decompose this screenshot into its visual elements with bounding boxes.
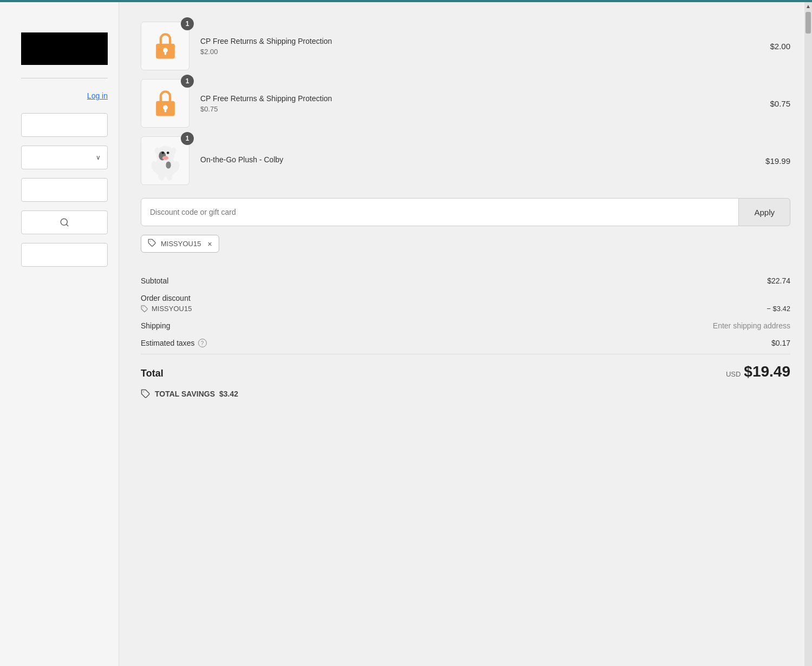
total-row: Total USD $19.49 <box>141 357 790 385</box>
item-price-3: $19.99 <box>765 156 790 166</box>
svg-rect-4 <box>164 52 166 55</box>
tax-row: Estimated taxes ? $0.17 <box>141 334 790 352</box>
svg-point-14 <box>154 147 159 154</box>
discount-value: − $3.42 <box>767 305 790 313</box>
svg-point-12 <box>161 151 164 154</box>
main-content: 1 CP Free Returns & Shipping Protection … <box>119 0 812 666</box>
shipping-label: Shipping <box>141 321 171 330</box>
tax-label: Estimated taxes <box>141 339 195 347</box>
cart-item-3: 1 On-the-Go Plush - Colby $19.99 <box>141 136 790 185</box>
tax-value: $0.17 <box>771 339 790 347</box>
item-image-1 <box>141 22 189 70</box>
discount-section: Apply <box>141 198 790 226</box>
svg-point-16 <box>162 156 168 160</box>
item-details-2: CP Free Returns & Shipping Protection $0… <box>200 94 770 113</box>
item-details-3: On-the-Go Plush - Colby <box>200 155 765 166</box>
item-price-sub-2: $0.75 <box>200 105 770 113</box>
item-price-2: $0.75 <box>770 99 790 108</box>
tax-label-wrapper: Estimated taxes ? <box>141 339 207 347</box>
item-image-3 <box>141 136 189 185</box>
item-image-wrapper-1: 1 <box>141 22 189 70</box>
lock-icon-2 <box>150 86 180 121</box>
cart-item-1: 1 CP Free Returns & Shipping Protection … <box>141 22 790 70</box>
search-icon <box>60 217 69 227</box>
item-image-wrapper-3: 1 <box>141 136 189 185</box>
sidebar-select[interactable]: ∨ <box>21 146 108 169</box>
subtotal-row: Subtotal $22.74 <box>141 272 790 289</box>
discount-tag: MISSYOU15 × <box>141 235 219 253</box>
summary-section: Subtotal $22.74 Order discount MISSYOU15… <box>141 272 790 403</box>
item-badge-2: 1 <box>181 75 194 88</box>
discount-code-row: MISSYOU15 − $3.42 <box>141 304 790 317</box>
subtotal-value: $22.74 <box>767 276 790 285</box>
savings-value: $3.42 <box>219 390 238 398</box>
item-details-1: CP Free Returns & Shipping Protection $2… <box>200 37 770 56</box>
order-discount-label: Order discount <box>141 294 191 302</box>
sidebar-input-2[interactable] <box>21 178 108 202</box>
scrollbar[interactable]: ▲ <box>804 2 812 666</box>
item-image-wrapper-2: 1 <box>141 79 189 128</box>
total-amount-wrapper: USD $19.49 <box>726 363 790 380</box>
svg-point-6 <box>163 105 168 110</box>
sidebar-logo <box>21 32 108 65</box>
top-bar <box>0 0 812 2</box>
item-price-1: $2.00 <box>770 42 790 51</box>
total-divider <box>141 354 790 354</box>
svg-point-3 <box>163 48 168 52</box>
apply-button[interactable]: Apply <box>739 198 790 226</box>
svg-rect-7 <box>164 109 166 112</box>
item-name-3: On-the-Go Plush - Colby <box>200 155 765 164</box>
cart-item-2: 1 CP Free Returns & Shipping Protection … <box>141 79 790 128</box>
tag-icon-small <box>141 305 148 313</box>
discount-code-label: MISSYOU15 <box>141 305 192 313</box>
sidebar-bottom-box <box>21 243 108 267</box>
lock-icon <box>150 29 180 64</box>
subtotal-label: Subtotal <box>141 276 168 285</box>
scroll-thumb[interactable] <box>806 12 811 34</box>
item-price-sub-1: $2.00 <box>200 48 770 56</box>
item-name-1: CP Free Returns & Shipping Protection <box>200 37 770 45</box>
item-badge-1: 1 <box>181 17 194 30</box>
order-discount-row: Order discount <box>141 289 790 304</box>
savings-label: TOTAL SAVINGS <box>155 390 215 398</box>
discount-input[interactable] <box>141 198 739 226</box>
plush-image <box>145 141 186 181</box>
svg-point-20 <box>166 172 172 181</box>
total-label: Total <box>141 368 163 379</box>
svg-point-15 <box>171 147 175 154</box>
discount-code-text: MISSYOU15 <box>161 240 201 248</box>
item-image-2 <box>141 79 189 128</box>
sidebar-divider <box>21 78 108 78</box>
login-link[interactable]: Log in <box>21 91 108 100</box>
savings-icon <box>141 389 150 399</box>
chevron-down-icon: ∨ <box>96 154 101 161</box>
shipping-row: Shipping Enter shipping address <box>141 317 790 334</box>
tag-icon <box>148 239 156 249</box>
svg-line-1 <box>66 224 68 226</box>
sidebar-input-1[interactable] <box>21 113 108 137</box>
total-currency: USD <box>726 370 741 378</box>
sidebar-search-box[interactable] <box>21 210 108 234</box>
tax-info-icon[interactable]: ? <box>198 339 207 347</box>
scroll-up-arrow[interactable]: ▲ <box>804 2 812 10</box>
item-badge-3: 1 <box>181 132 194 145</box>
item-name-2: CP Free Returns & Shipping Protection <box>200 94 770 103</box>
total-amount: $19.49 <box>744 363 790 380</box>
sidebar: Log in ∨ <box>0 0 119 666</box>
shipping-value: Enter shipping address <box>713 321 790 330</box>
svg-point-13 <box>166 151 169 154</box>
svg-point-19 <box>158 172 164 181</box>
svg-point-11 <box>166 161 171 168</box>
savings-row: TOTAL SAVINGS $3.42 <box>141 385 790 403</box>
discount-remove-button[interactable]: × <box>207 240 212 248</box>
applied-discount-code: MISSYOU15 <box>152 305 192 313</box>
